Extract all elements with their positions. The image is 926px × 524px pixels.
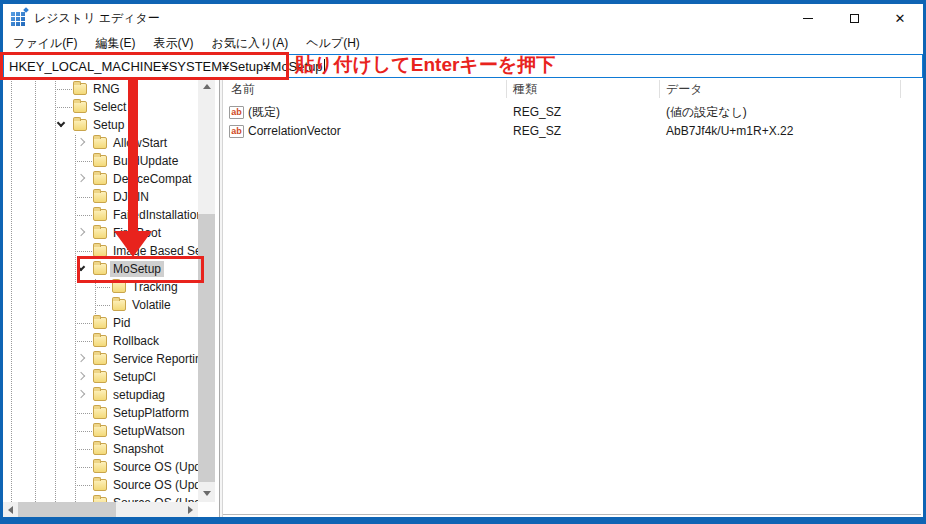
tree-item-setup[interactable]: Setup (3, 116, 198, 134)
values-list-panel: 名前 種類 データ ab(既定)REG_SZ(値の設定なし)abCorrelat… (223, 78, 921, 515)
scroll-up-icon[interactable] (198, 78, 215, 95)
tree-item-source-os-updat[interactable]: Source OS (Updat (3, 494, 198, 502)
menu-item-1[interactable]: 編集(E) (86, 32, 144, 54)
scroll-left-icon[interactable] (3, 502, 18, 517)
tree-item-setupcl[interactable]: SetupCl (3, 368, 198, 386)
tree-item-setupwatson[interactable]: SetupWatson (3, 422, 198, 440)
tree-branch-line (75, 161, 92, 162)
tree-horizontal-scrollbar[interactable] (3, 502, 198, 517)
menu-item-0[interactable]: ファイル(F) (4, 32, 86, 54)
tree-item-firstboot[interactable]: FirstBoot (3, 224, 198, 242)
tree-branch-line (75, 431, 92, 432)
folder-icon (93, 425, 107, 437)
tree-branch-line (55, 107, 72, 108)
folder-icon (93, 443, 107, 455)
column-separator[interactable] (659, 80, 660, 98)
tree-item-devicecompat[interactable]: DeviceCompat (3, 170, 198, 188)
tree-branch-line (95, 287, 111, 288)
scroll-down-icon[interactable] (198, 485, 215, 502)
folder-icon (93, 371, 107, 383)
tree-item-allowstart[interactable]: AllowStart (3, 134, 198, 152)
value-row-correlationvector[interactable]: abCorrelationVectorREG_SZAbB7Jf4k/U+m1R+… (223, 122, 921, 141)
menu-item-3[interactable]: お気に入り(A) (202, 32, 297, 54)
menu-item-4[interactable]: ヘルプ(H) (297, 32, 369, 54)
folder-icon (93, 407, 107, 419)
value-row-[interactable]: ab(既定)REG_SZ(値の設定なし) (223, 103, 921, 122)
string-value-icon: ab (229, 125, 244, 138)
folder-icon (93, 209, 107, 221)
registry-tree-panel: RNGSelectSetupAllowStartBuildUpdateDevic… (3, 78, 219, 517)
tree-branch-line (95, 305, 111, 306)
tree-item-buildupdate[interactable]: BuildUpdate (3, 152, 198, 170)
string-value-icon: ab (229, 106, 244, 119)
tree-branch-line (75, 251, 92, 252)
minimize-button[interactable] (785, 4, 831, 32)
chevron-right-icon[interactable] (77, 372, 85, 380)
tree-item-source-os-updat[interactable]: Source OS (Updat (3, 476, 198, 494)
folder-icon (93, 389, 107, 401)
tree-branch-line (75, 485, 92, 486)
window-title: レジストリ エディター (34, 10, 160, 27)
title-bar[interactable]: レジストリ エディター ✕ (3, 4, 923, 32)
minimize-icon (803, 18, 813, 19)
folder-icon (93, 461, 107, 473)
maximize-button[interactable] (831, 4, 877, 32)
folder-icon (93, 317, 107, 329)
column-header-name[interactable]: 名前 (231, 78, 255, 100)
tree-item-select[interactable]: Select (3, 98, 198, 116)
tree-item-setupdiag[interactable]: setupdiag (3, 386, 198, 404)
tree-branch-line (75, 413, 92, 414)
column-header-data[interactable]: データ (666, 78, 703, 100)
tree-item-djoin[interactable]: DJOIN (3, 188, 198, 206)
chevron-right-icon[interactable] (77, 138, 85, 146)
tree-item-label: AllowStart (110, 135, 170, 151)
tree-item-snapshot[interactable]: Snapshot (3, 440, 198, 458)
tree-item-pid[interactable]: Pid (3, 314, 198, 332)
chevron-right-icon[interactable] (77, 228, 85, 236)
column-separator[interactable] (506, 80, 507, 98)
tree-item-setupplatform[interactable]: SetupPlatform (3, 404, 198, 422)
folder-icon (93, 353, 107, 365)
tree-branch-line (75, 467, 92, 468)
folder-icon (93, 191, 107, 203)
tree-item-rollback[interactable]: Rollback (3, 332, 198, 350)
chevron-right-icon[interactable] (77, 354, 85, 362)
scroll-right-icon[interactable] (183, 502, 198, 517)
value-type: REG_SZ (513, 122, 561, 141)
tree-item-rng[interactable]: RNG (3, 80, 198, 98)
annotation-instruction-text: 貼り付けしてEnterキーを押下 (295, 52, 555, 78)
column-header-type[interactable]: 種類 (513, 78, 537, 100)
chevron-right-icon[interactable] (77, 174, 85, 182)
window-controls: ✕ (785, 4, 923, 32)
tree-item-service-reporting[interactable]: Service Reporting (3, 350, 198, 368)
folder-icon (93, 137, 107, 149)
tree-vertical-scrollbar[interactable] (198, 78, 215, 502)
menu-item-2[interactable]: 表示(V) (144, 32, 202, 54)
chevron-down-icon[interactable] (57, 119, 65, 127)
tree-item-label: Source OS (Updat (110, 477, 198, 493)
tree-hscroll-thumb[interactable] (18, 502, 116, 517)
folder-icon (93, 335, 107, 347)
tree-branch-line (75, 449, 92, 450)
tree-item-failedinstallations[interactable]: FailedInstallations (3, 206, 198, 224)
chevron-right-icon[interactable] (77, 390, 85, 398)
tree-item-source-os-updat[interactable]: Source OS (Updat (3, 458, 198, 476)
tree-item-volatile[interactable]: Volatile (3, 296, 198, 314)
annotation-box-address (0, 52, 289, 80)
tree-rows: RNGSelectSetupAllowStartBuildUpdateDevic… (3, 78, 198, 502)
column-separator[interactable] (900, 80, 901, 98)
maximize-icon (850, 14, 859, 23)
value-data: (値の設定なし) (666, 103, 747, 122)
annotation-arrow-line (128, 80, 138, 232)
folder-icon (93, 479, 107, 491)
folder-icon (93, 173, 107, 185)
value-data: AbB7Jf4k/U+m1R+X.22 (666, 122, 793, 141)
folder-icon (73, 119, 87, 131)
list-header: 名前 種類 データ (223, 78, 921, 100)
folder-icon (93, 155, 107, 167)
close-button[interactable]: ✕ (877, 4, 923, 32)
tree-item-label: SetupPlatform (110, 405, 192, 421)
tree-item-label: Rollback (110, 333, 162, 349)
tree-item-label: SetupWatson (110, 423, 188, 439)
tree-vscroll-thumb[interactable] (198, 214, 215, 482)
